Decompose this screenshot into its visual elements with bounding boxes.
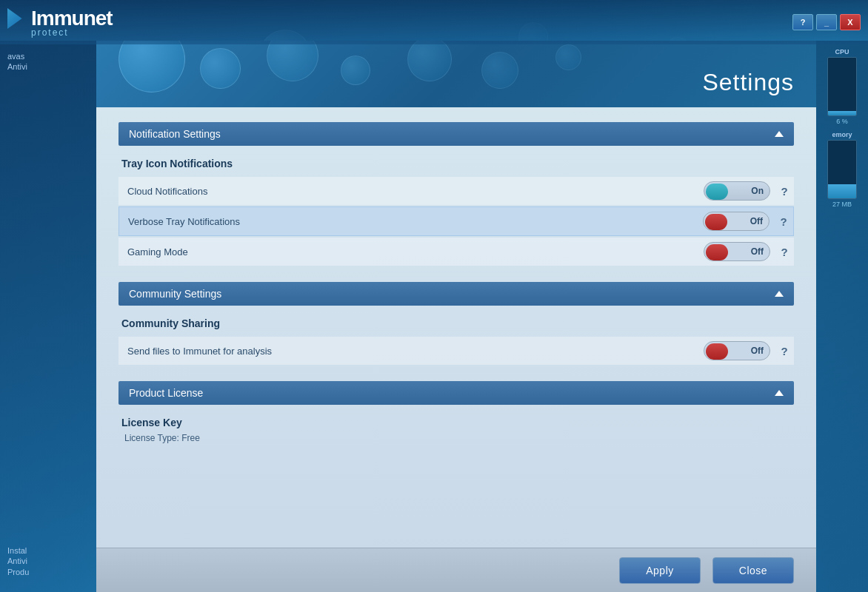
titlebar: Immunet protect ? _ X — [0, 0, 868, 44]
memory-bar-outer — [827, 140, 857, 199]
license-key-title: License Key — [118, 417, 794, 428]
sidebar-item-2: Instal Antivi Produ — [0, 542, 36, 592]
minimize-button[interactable]: _ — [816, 14, 837, 30]
verbose-notifications-row: Verbose Tray Notifications Off ? — [118, 206, 794, 236]
cloud-notifications-row: Cloud Notifications On ? — [118, 177, 794, 205]
notification-section-header[interactable]: Notification Settings — [118, 122, 794, 146]
verbose-notifications-state: Off — [750, 216, 763, 226]
cloud-notifications-controls: On ? — [704, 181, 791, 201]
close-button[interactable]: Close — [712, 557, 794, 584]
cloud-notifications-state: On — [751, 186, 764, 196]
send-files-label: Send files to Immunet for analysis — [121, 346, 704, 357]
license-type-value: License Type: Free — [118, 433, 794, 443]
memory-bar-inner — [828, 184, 856, 199]
cpu-bar-inner — [828, 111, 856, 115]
app-subtitle: protect — [31, 27, 69, 38]
cloud-notifications-knob — [706, 184, 728, 200]
help-button[interactable]: ? — [792, 14, 813, 30]
send-files-knob — [706, 343, 728, 360]
cloud-notifications-help-icon[interactable]: ? — [778, 184, 791, 198]
send-files-state: Off — [751, 346, 764, 356]
memory-label: emory — [832, 131, 852, 138]
memory-value: 27 MB — [832, 201, 852, 208]
cpu-value: 6 % — [836, 118, 848, 125]
memory-indicator: emory 27 MB — [826, 131, 859, 208]
sidebar-item-1: avas Antivi — [0, 48, 35, 75]
cloud-notifications-label: Cloud Notifications — [121, 186, 704, 197]
license-section-header[interactable]: Product License — [118, 381, 794, 405]
page-title: Settings — [702, 69, 794, 96]
send-files-toggle[interactable]: Off — [704, 341, 770, 360]
community-sharing-title: Community Sharing — [118, 317, 794, 329]
community-section-header[interactable]: Community Settings — [118, 282, 794, 306]
gaming-mode-state: Off — [751, 246, 764, 257]
titlebar-controls: ? _ X — [792, 14, 861, 30]
verbose-notifications-controls: Off ? — [703, 212, 790, 231]
close-window-button[interactable]: X — [840, 14, 861, 30]
community-section-title: Community Settings — [129, 288, 221, 300]
license-section-title: Product License — [129, 387, 203, 399]
gaming-mode-controls: Off ? — [704, 242, 791, 261]
cpu-label: CPU — [835, 48, 849, 56]
verbose-notifications-label: Verbose Tray Notifications — [122, 216, 703, 227]
cloud-notifications-toggle[interactable]: On — [704, 181, 770, 201]
send-files-row: Send files to Immunet for analysis Off ? — [118, 337, 794, 365]
logo-arrow-icon — [7, 8, 28, 29]
gap-2 — [118, 366, 794, 381]
gaming-mode-toggle[interactable]: Off — [704, 242, 770, 261]
apply-button[interactable]: Apply — [619, 557, 701, 584]
notification-collapse-icon — [775, 131, 784, 137]
send-files-controls: Off ? — [704, 341, 791, 360]
right-performance-panel: CPU 6 % emory 27 MB — [816, 41, 868, 592]
cpu-indicator: CPU 6 % — [826, 48, 859, 125]
logo-area: Immunet protect — [7, 7, 113, 38]
main-area: avas Antivi Instal Antivi Produ Settings — [0, 41, 868, 592]
gaming-mode-help-icon[interactable]: ? — [778, 245, 791, 258]
gaming-mode-knob — [706, 244, 728, 260]
settings-content[interactable]: Notification Settings Tray Icon Notifica… — [96, 107, 816, 548]
cpu-bar-outer — [827, 57, 857, 116]
community-collapse-icon — [775, 291, 784, 297]
gaming-mode-row: Gaming Mode Off ? — [118, 238, 794, 266]
verbose-notifications-help-icon[interactable]: ? — [777, 215, 790, 228]
tray-notifications-title: Tray Icon Notifications — [118, 158, 794, 169]
send-files-help-icon[interactable]: ? — [778, 344, 791, 357]
notification-section-title: Notification Settings — [129, 128, 221, 140]
gaming-mode-label: Gaming Mode — [121, 246, 704, 258]
verbose-notifications-toggle[interactable]: Off — [703, 212, 769, 231]
license-collapse-icon — [775, 390, 784, 396]
left-sidebar: avas Antivi Instal Antivi Produ — [0, 41, 96, 592]
settings-header-banner: Settings — [96, 41, 816, 107]
settings-footer: Apply Close — [96, 548, 816, 592]
settings-panel: Settings Notification Settings Tray Icon… — [96, 41, 816, 592]
gap-1 — [118, 267, 794, 282]
verbose-notifications-knob — [705, 214, 727, 230]
